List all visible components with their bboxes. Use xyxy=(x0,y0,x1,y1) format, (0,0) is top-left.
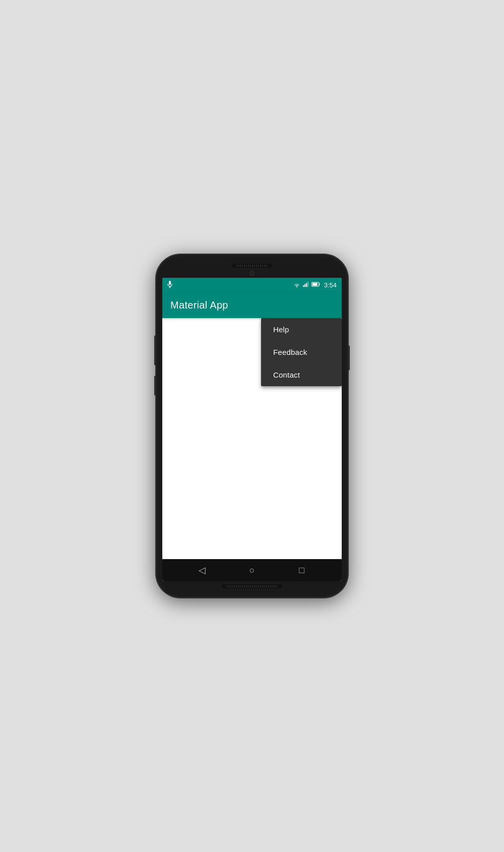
wifi-icon xyxy=(293,282,300,287)
menu-item-help[interactable]: Help xyxy=(261,318,342,341)
phone-screen: 3:54 Material App Help Feedback Contact … xyxy=(162,278,342,581)
app-title: Material App xyxy=(170,299,228,311)
signal-icon xyxy=(303,281,309,289)
power-button[interactable] xyxy=(348,345,350,371)
status-left xyxy=(167,281,172,289)
app-bar: Material App xyxy=(162,292,342,318)
back-button[interactable]: ◁ xyxy=(193,561,211,579)
menu-item-feedback[interactable]: Feedback xyxy=(261,341,342,363)
microphone-icon xyxy=(167,281,172,289)
top-speaker xyxy=(232,264,272,268)
svg-rect-4 xyxy=(303,285,304,286)
recents-button[interactable]: □ xyxy=(293,561,311,579)
svg-point-3 xyxy=(296,286,297,287)
volume-down-button[interactable] xyxy=(154,376,156,396)
nav-bar: ◁ ○ □ xyxy=(162,559,342,581)
bottom-speaker xyxy=(222,584,282,588)
status-time: 3:54 xyxy=(324,281,337,289)
front-camera xyxy=(249,271,255,276)
home-button[interactable]: ○ xyxy=(243,561,261,579)
battery-icon xyxy=(311,281,321,289)
phone-device: 3:54 Material App Help Feedback Contact … xyxy=(156,255,348,597)
status-bar: 3:54 xyxy=(162,278,342,292)
svg-rect-5 xyxy=(304,284,305,287)
status-right: 3:54 xyxy=(293,281,337,289)
svg-rect-9 xyxy=(312,283,317,285)
svg-rect-6 xyxy=(306,283,307,287)
main-content: Help Feedback Contact xyxy=(162,318,342,559)
menu-item-contact[interactable]: Contact xyxy=(261,363,342,386)
dropdown-menu: Help Feedback Contact xyxy=(261,318,342,386)
volume-button[interactable] xyxy=(154,335,156,366)
svg-rect-7 xyxy=(307,281,308,286)
svg-rect-0 xyxy=(169,281,171,285)
